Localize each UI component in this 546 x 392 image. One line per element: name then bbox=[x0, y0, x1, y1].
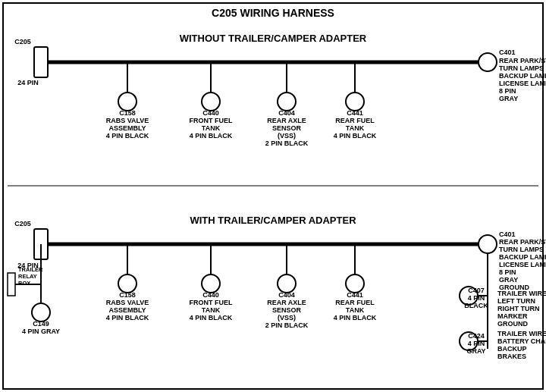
c205-pin-s2: 24 PIN bbox=[17, 262, 39, 269]
c401-gray-s2: 8 PIN bbox=[499, 268, 516, 276]
c424-circle bbox=[460, 332, 478, 350]
c205-rect-s2 bbox=[34, 229, 48, 259]
c401-gray2-s1: GRAY bbox=[499, 95, 518, 102]
c404-l2-s2: SENSOR bbox=[272, 306, 302, 314]
c205-rect-s1 bbox=[34, 47, 48, 77]
c401-circle-s2 bbox=[479, 235, 497, 253]
c441-circle-s2 bbox=[346, 274, 364, 293]
c440-l3-s2: 4 PIN BLACK bbox=[190, 314, 233, 321]
c404-label-s1: C404 bbox=[278, 109, 295, 117]
c205-label-s1: C205 bbox=[14, 38, 31, 45]
c440-l1-s2: FRONT FUEL bbox=[190, 299, 233, 306]
c407-desc4: MARKER bbox=[497, 312, 528, 320]
trailer-relay-label2: RELAY bbox=[18, 273, 37, 280]
c440-l2-s2: TANK bbox=[202, 306, 221, 314]
section2-label: WITH TRAILER/CAMPER ADAPTER bbox=[190, 215, 356, 226]
c205-label-s2: C205 bbox=[14, 220, 31, 227]
c441-l2-s1: TANK bbox=[346, 124, 365, 132]
c424-desc1: TRAILER WIRES bbox=[497, 330, 546, 337]
c440-label-s2: C440 bbox=[202, 291, 219, 299]
c401-ground-s2: GROUND bbox=[499, 284, 529, 291]
c158-circle-s2 bbox=[118, 274, 136, 293]
c424-pin: 4 PIN bbox=[468, 340, 485, 347]
c158-label-s1: C158 bbox=[119, 109, 136, 117]
c424-color: GRAY bbox=[466, 347, 485, 355]
c404-l3-s1: (VSS) bbox=[278, 132, 296, 140]
c424-desc2: BATTERY CHARGE bbox=[497, 337, 546, 345]
c158-l2-s2: ASSEMBLY bbox=[108, 306, 146, 314]
trailer-relay-box bbox=[8, 273, 15, 296]
c407-desc2: LEFT TURN bbox=[497, 297, 535, 305]
c404-circle-s2 bbox=[278, 274, 296, 293]
c401-desc2-s2: TURN LAMPS bbox=[499, 246, 544, 253]
c441-l3-s2: 4 PIN BLACK bbox=[334, 314, 377, 321]
c404-l1-s1: REAR AXLE bbox=[267, 117, 306, 124]
c404-l1-s2: REAR AXLE bbox=[267, 299, 306, 306]
page-title: C205 WIRING HARNESS bbox=[212, 7, 334, 19]
c404-l3-s2: (VSS) bbox=[278, 314, 296, 321]
c440-l3-s1: 4 PIN BLACK bbox=[190, 132, 233, 140]
c440-label-s1: C440 bbox=[202, 109, 219, 117]
trailer-relay-label1: TRAILER bbox=[18, 266, 43, 273]
section1-label: WITHOUT TRAILER/CAMPER ADAPTER bbox=[180, 33, 367, 44]
c404-l2-s1: SENSOR bbox=[272, 124, 302, 132]
c401-desc3-s1: LICENSE LAMPS bbox=[499, 80, 546, 87]
c404-l4-s1: 2 PIN BLACK bbox=[265, 140, 309, 147]
c149-pin: 4 PIN GRAY bbox=[22, 328, 60, 335]
c149-circle bbox=[32, 303, 50, 321]
c401-gray-s1: 8 PIN bbox=[499, 87, 516, 95]
c158-l1-s2: RABS VALVE bbox=[106, 299, 149, 306]
c440-l2-s1: TANK bbox=[202, 124, 221, 132]
c407-label: C407 bbox=[468, 287, 485, 294]
c158-l1-s1: RABS VALVE bbox=[106, 117, 149, 124]
c404-label-s2: C404 bbox=[278, 291, 295, 299]
c440-l1-s1: FRONT FUEL bbox=[190, 117, 233, 124]
c440-circle-s2 bbox=[202, 274, 220, 293]
c401-pin-s1: REAR PARK/STOP bbox=[499, 57, 546, 64]
c158-label-s2: C158 bbox=[119, 291, 136, 299]
c401-desc4-s2: LICENSE LAMPS bbox=[499, 261, 546, 268]
c401-circle-s1 bbox=[479, 53, 497, 71]
c404-circle-s1 bbox=[278, 93, 296, 111]
c404-l4-s2: 2 PIN BLACK bbox=[265, 321, 309, 329]
c441-circle-s1 bbox=[346, 93, 364, 111]
c158-l3-s1: 4 PIN BLACK bbox=[106, 132, 149, 140]
c401-label-s2: C401 bbox=[499, 230, 516, 238]
c424-desc4: BRAKES bbox=[497, 353, 526, 360]
c401-desc1-s2: REAR PARK/STOP bbox=[499, 238, 546, 246]
c441-l1-s1: REAR FUEL bbox=[335, 117, 375, 124]
svg-rect-0 bbox=[3, 3, 543, 389]
c407-color: BLACK bbox=[464, 302, 488, 309]
c401-gray2-s2: GRAY bbox=[499, 276, 518, 284]
trailer-relay-label3: BOX bbox=[18, 280, 30, 287]
c205-pin-s1: 24 PIN bbox=[17, 79, 39, 86]
c401-desc1-s1: TURN LAMPS bbox=[499, 64, 544, 72]
c424-desc3: BACKUP bbox=[497, 345, 527, 353]
c401-desc3-s2: BACKUP LAMPS bbox=[499, 253, 546, 261]
c441-label-s2: C441 bbox=[347, 291, 363, 299]
c149-label: C149 bbox=[33, 320, 49, 328]
c407-desc1: TRAILER WIRES bbox=[497, 290, 546, 297]
c407-desc3: RIGHT TURN bbox=[497, 305, 540, 312]
c407-desc5: GROUND bbox=[497, 320, 528, 328]
c401-label-s1: C401 bbox=[499, 49, 516, 56]
c440-circle-s1 bbox=[202, 93, 220, 111]
c158-circle-s1 bbox=[118, 93, 136, 111]
wiring-diagram: C205 WIRING HARNESS WITHOUT TRAILER/CAMP… bbox=[0, 0, 546, 392]
c441-l1-s2: REAR FUEL bbox=[335, 299, 375, 306]
c407-circle bbox=[460, 287, 478, 305]
c407-pin: 4 PIN bbox=[468, 294, 485, 302]
c424-label: C424 bbox=[468, 332, 485, 340]
c158-l2-s1: ASSEMBLY bbox=[108, 124, 146, 132]
c441-l3-s1: 4 PIN BLACK bbox=[334, 132, 377, 140]
c441-label-s1: C441 bbox=[347, 109, 363, 117]
c401-desc2-s1: BACKUP LAMPS bbox=[499, 72, 546, 80]
c158-l3-s2: 4 PIN BLACK bbox=[106, 314, 149, 321]
c441-l2-s2: TANK bbox=[346, 306, 365, 314]
